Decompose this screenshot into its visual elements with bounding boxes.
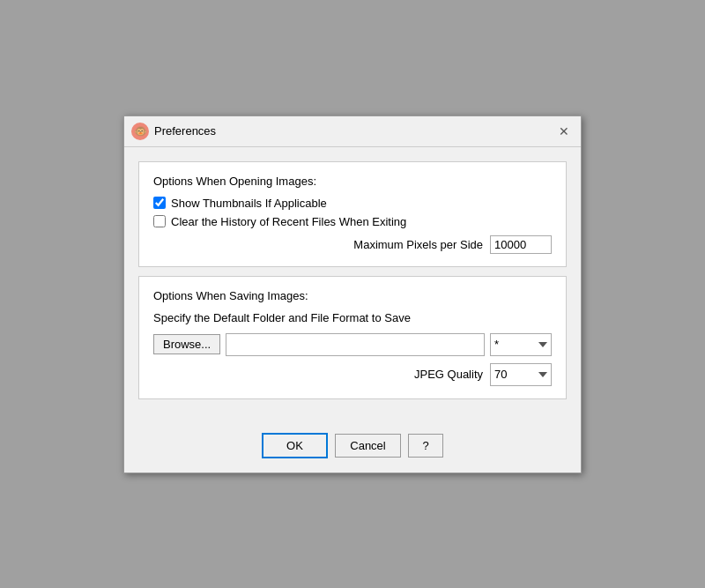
jpeg-quality-row: JPEG Quality 70 80 90 100 60 50 bbox=[153, 363, 552, 386]
dialog-body: Options When Opening Images: Show Thumbn… bbox=[124, 147, 581, 422]
max-pixels-input[interactable] bbox=[490, 235, 552, 254]
saving-subtitle: Specify the Default Folder and File Form… bbox=[153, 311, 552, 324]
title-bar-left: 🐵 Preferences bbox=[131, 123, 216, 140]
browse-button[interactable]: Browse... bbox=[153, 334, 220, 354]
saving-images-section: Options When Saving Images: Specify the … bbox=[138, 276, 567, 399]
title-bar: 🐵 Preferences ✕ bbox=[124, 116, 581, 147]
browse-row: Browse... * JPG PNG BMP GIF TIFF bbox=[153, 333, 552, 356]
clear-history-label: Clear the History of Recent Files When E… bbox=[171, 215, 406, 228]
clear-history-checkbox[interactable] bbox=[153, 215, 166, 227]
opening-images-section: Options When Opening Images: Show Thumbn… bbox=[138, 161, 567, 267]
cancel-button[interactable]: Cancel bbox=[335, 434, 401, 458]
max-pixels-row: Maximum Pixels per Side bbox=[153, 235, 552, 254]
saving-section-title: Options When Saving Images: bbox=[153, 289, 552, 302]
thumbnails-checkbox-row: Show Thumbnails If Applicable bbox=[153, 197, 552, 210]
show-thumbnails-checkbox[interactable] bbox=[153, 197, 166, 209]
ok-button[interactable]: OK bbox=[262, 433, 328, 458]
preferences-dialog: 🐵 Preferences ✕ Options When Opening Ima… bbox=[123, 115, 582, 473]
jpeg-quality-label: JPEG Quality bbox=[414, 368, 483, 381]
close-button[interactable]: ✕ bbox=[554, 122, 574, 141]
show-thumbnails-label: Show Thumbnails If Applicable bbox=[171, 197, 327, 210]
app-icon: 🐵 bbox=[131, 123, 149, 140]
dialog-footer: OK Cancel ? bbox=[124, 422, 581, 473]
dialog-title: Preferences bbox=[154, 124, 216, 138]
jpeg-quality-select[interactable]: 70 80 90 100 60 50 bbox=[490, 363, 552, 386]
max-pixels-label: Maximum Pixels per Side bbox=[353, 238, 483, 251]
opening-section-title: Options When Opening Images: bbox=[153, 175, 552, 188]
help-button[interactable]: ? bbox=[408, 434, 443, 458]
format-select[interactable]: * JPG PNG BMP GIF TIFF bbox=[490, 333, 552, 356]
clear-history-checkbox-row: Clear the History of Recent Files When E… bbox=[153, 215, 552, 228]
path-input[interactable] bbox=[226, 333, 485, 356]
